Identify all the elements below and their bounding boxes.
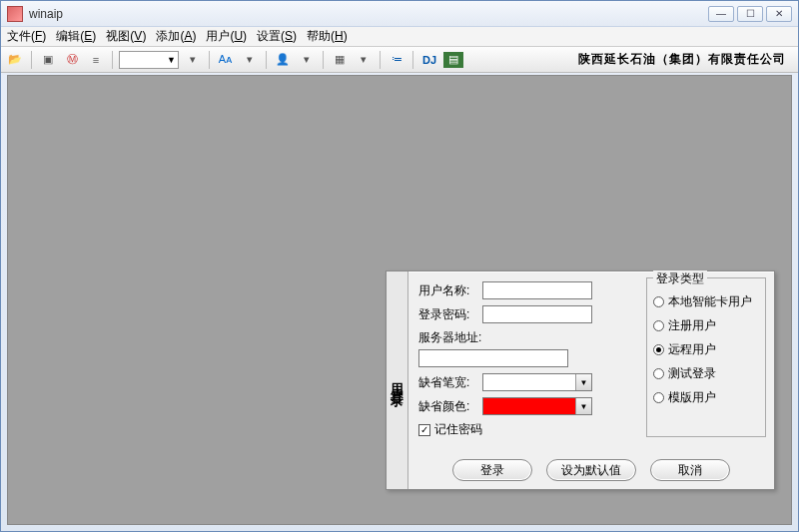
- password-label: 登录密码:: [418, 306, 482, 323]
- tool-icon-last[interactable]: ▤: [443, 52, 463, 68]
- server-label: 服务器地址:: [418, 329, 482, 346]
- list-icon[interactable]: ≔: [387, 50, 406, 70]
- remember-label: 记住密码: [434, 421, 482, 438]
- radio-local-smartcard[interactable]: 本地智能卡用户: [653, 293, 759, 310]
- menu-edit[interactable]: 编辑(E): [56, 28, 96, 45]
- toolbar-select[interactable]: ▼: [119, 51, 179, 69]
- font-size-icon[interactable]: Aᴀ: [216, 50, 236, 70]
- open-icon[interactable]: 📂: [5, 50, 25, 70]
- password-input[interactable]: [482, 305, 592, 323]
- login-type-group: 登录类型 本地智能卡用户 注册用户 远程用户 测试登录 模版用户: [646, 277, 766, 437]
- pen-width-select[interactable]: ▼: [482, 373, 592, 391]
- menubar: 文件(F) 编辑(E) 视图(V) 添加(A) 用户(U) 设置(S) 帮助(H…: [1, 27, 798, 47]
- app-icon: [7, 6, 23, 22]
- login-type-legend: 登录类型: [653, 270, 707, 287]
- maximize-button[interactable]: ☐: [737, 6, 763, 22]
- company-label: 陕西延长石油（集团）有限责任公司: [578, 51, 794, 68]
- set-default-button[interactable]: 设为默认值: [546, 459, 636, 481]
- login-button[interactable]: 登录: [452, 459, 532, 481]
- menu-file[interactable]: 文件(F): [7, 28, 46, 45]
- cancel-button[interactable]: 取消: [650, 459, 730, 481]
- dropdown-arrow-2[interactable]: ▾: [240, 50, 260, 70]
- dropdown-arrow-1[interactable]: ▾: [183, 50, 203, 70]
- username-input[interactable]: [482, 281, 592, 299]
- dialog-title: 用户登录: [387, 271, 408, 489]
- menu-add[interactable]: 添加(A): [156, 28, 196, 45]
- workspace: 用户登录 用户名称: 登录密码: 服务器地址: 缺省笔: [7, 75, 792, 525]
- menu-help[interactable]: 帮助(H): [307, 28, 348, 45]
- color-label: 缺省颜色:: [418, 398, 482, 415]
- chevron-down-icon: ▼: [575, 374, 591, 390]
- color-grid-icon[interactable]: ▦: [330, 50, 350, 70]
- server-input[interactable]: [418, 349, 568, 367]
- user-icon[interactable]: 👤: [273, 50, 293, 70]
- menu-user[interactable]: 用户(U): [206, 28, 247, 45]
- color-select[interactable]: ▼: [482, 397, 592, 415]
- radio-template[interactable]: 模版用户: [653, 389, 759, 406]
- login-dialog: 用户登录 用户名称: 登录密码: 服务器地址: 缺省笔: [386, 270, 775, 490]
- dj-button[interactable]: DJ: [419, 50, 439, 70]
- radio-test[interactable]: 测试登录: [653, 365, 759, 382]
- chevron-down-icon: ▼: [575, 398, 591, 414]
- menu-view[interactable]: 视图(V): [106, 28, 146, 45]
- window-title: winaip: [29, 7, 708, 21]
- titlebar: winaip — ☐ ✕: [1, 1, 798, 27]
- tool-icon-2[interactable]: Ⓜ: [62, 50, 82, 70]
- close-button[interactable]: ✕: [766, 6, 792, 22]
- dropdown-arrow-3[interactable]: ▾: [297, 50, 317, 70]
- tool-icon-3[interactable]: ≡: [86, 50, 106, 70]
- username-label: 用户名称:: [418, 282, 482, 299]
- tool-icon-1[interactable]: ▣: [38, 50, 58, 70]
- dropdown-arrow-4[interactable]: ▾: [354, 50, 374, 70]
- toolbar: 📂 ▣ Ⓜ ≡ ▼ ▾ Aᴀ ▾ 👤 ▾ ▦ ▾ ≔ DJ ▤ 陕西延长石油（集…: [1, 47, 798, 73]
- minimize-button[interactable]: —: [708, 6, 734, 22]
- checkbox-icon: ✓: [418, 424, 430, 436]
- menu-settings[interactable]: 设置(S): [257, 28, 297, 45]
- pen-width-label: 缺省笔宽:: [418, 374, 482, 391]
- radio-registered[interactable]: 注册用户: [653, 317, 759, 334]
- radio-remote[interactable]: 远程用户: [653, 341, 759, 358]
